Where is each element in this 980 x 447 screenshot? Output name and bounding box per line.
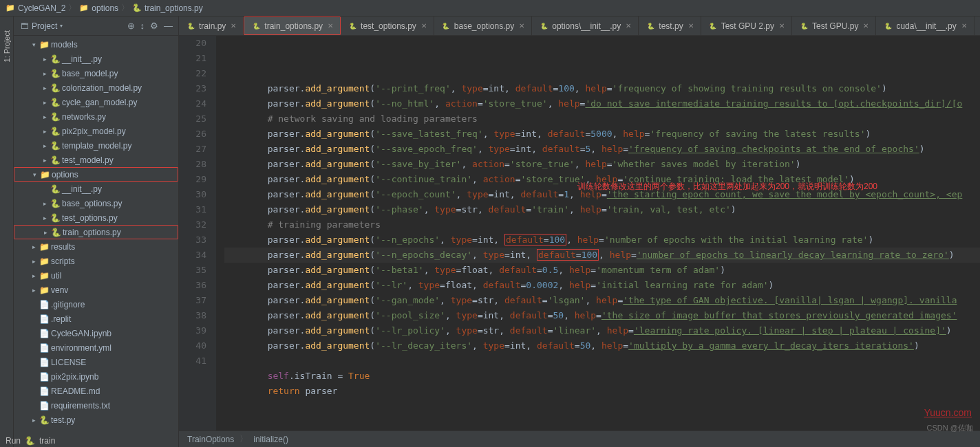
code-line[interactable]: parser.add_argument('--n_epochs_decay', …: [224, 248, 980, 263]
tree-file[interactable]: ▸🐍base_model.py: [14, 66, 178, 80]
code-line[interactable]: parser.add_argument('--lr_policy', type=…: [224, 323, 980, 338]
tree-file[interactable]: ▸🐍train_options.py: [14, 225, 178, 239]
code-content[interactable]: 训练轮数修改这里的两个参数，比如这里两处加起来为200，就说明训练轮数为200 …: [216, 36, 980, 430]
tree-folder[interactable]: ▾📁options: [14, 167, 178, 182]
code-line[interactable]: parser.add_argument('--phase', type=str,…: [224, 202, 980, 217]
tree-arrow-icon[interactable]: ▸: [30, 417, 37, 424]
code-line[interactable]: self.isTrain = True: [224, 369, 980, 384]
project-tree[interactable]: ▾📁models▸🐍__init__.py▸🐍base_model.py▸🐍co…: [14, 36, 178, 447]
breadcrumb-item[interactable]: options: [92, 3, 118, 13]
tree-file[interactable]: 📄requirements.txt: [14, 398, 178, 413]
tree-file[interactable]: ▸🐍test_model.py: [14, 153, 178, 167]
tree-file[interactable]: 📄LICENSE: [14, 355, 178, 369]
code-line[interactable]: parser.add_argument('--save_latest_freq'…: [224, 127, 980, 142]
code-line[interactable]: parser.add_argument('--gan_mode', type=s…: [224, 293, 980, 308]
code-line[interactable]: # training parameters: [224, 217, 980, 232]
gear-icon[interactable]: ⚙: [150, 21, 158, 31]
tree-arrow-icon[interactable]: ▸: [30, 243, 37, 250]
code-line[interactable]: parser.add_argument('--print_freq', type…: [224, 81, 980, 96]
editor-tab[interactable]: 🐍train.py✕: [179, 17, 244, 35]
editor-tab[interactable]: 🐍cuda\__init__.py✕: [876, 17, 974, 35]
tree-arrow-icon[interactable]: ▸: [41, 157, 48, 164]
tree-arrow-icon[interactable]: ▸: [41, 70, 48, 77]
close-icon[interactable]: ✕: [961, 22, 967, 30]
code-line[interactable]: parser.add_argument('--n_epochs', type=i…: [224, 232, 980, 248]
tree-arrow-icon[interactable]: ▸: [41, 113, 48, 120]
code-line[interactable]: [224, 399, 980, 414]
editor-tab[interactable]: 🐍options\__init__.py✕: [532, 17, 639, 35]
project-tab-label[interactable]: 1: Project: [3, 30, 11, 62]
tree-file[interactable]: ▸🐍networks.py: [14, 109, 178, 124]
code-line[interactable]: parser.add_argument('--lr_decay_iters', …: [224, 338, 980, 353]
tree-file[interactable]: 📄.replit: [14, 312, 178, 326]
tree-folder[interactable]: ▸📁results: [14, 239, 178, 254]
code-line[interactable]: parser.add_argument('--lr', type=float, …: [224, 278, 980, 293]
tree-arrow-icon[interactable]: ▾: [31, 171, 38, 178]
close-icon[interactable]: ✕: [863, 22, 869, 30]
tree-arrow-icon[interactable]: ▸: [41, 215, 48, 221]
tree-file[interactable]: 📄README.md: [14, 384, 178, 398]
tree-arrow-icon[interactable]: ▾: [30, 41, 37, 48]
tree-file[interactable]: 📄CycleGAN.ipynb: [14, 326, 178, 340]
editor-tab[interactable]: 🐍Test GPU.py✕: [792, 17, 876, 35]
line-number: 32: [179, 217, 206, 232]
breadcrumb-item[interactable]: train_options.py: [145, 3, 203, 13]
close-icon[interactable]: ✕: [231, 22, 236, 30]
tree-arrow-icon[interactable]: ▸: [41, 142, 48, 149]
run-config[interactable]: train: [39, 436, 55, 446]
editor-tab[interactable]: 🐍Test GPU 2.py✕: [701, 17, 792, 35]
tree-arrow-icon[interactable]: ▸: [30, 258, 37, 265]
tree-folder[interactable]: ▾📁models: [14, 37, 178, 52]
tree-file[interactable]: ▸🐍test.py: [14, 413, 178, 427]
close-icon[interactable]: ✕: [328, 22, 333, 30]
run-label[interactable]: Run: [6, 436, 21, 446]
close-icon[interactable]: ✕: [421, 22, 427, 30]
close-icon[interactable]: ✕: [779, 22, 785, 30]
code-line[interactable]: parser.add_argument('--beta1', type=floa…: [224, 263, 980, 278]
breadcrumb-item[interactable]: CycleGAN_2: [18, 3, 65, 13]
code-editor[interactable]: 2021222324252627282930313233343536373839…: [179, 36, 980, 430]
tree-file[interactable]: 📄.gitignore: [14, 297, 178, 312]
code-line[interactable]: parser.add_argument('--save_epoch_freq',…: [224, 142, 980, 157]
code-line[interactable]: # network saving and loading parameters: [224, 111, 980, 127]
code-line[interactable]: parser.add_argument('--pool_size', type=…: [224, 308, 980, 323]
tree-file[interactable]: ▸🐍cycle_gan_model.py: [14, 95, 178, 109]
close-icon[interactable]: ✕: [688, 22, 694, 30]
hide-icon[interactable]: —: [164, 21, 173, 31]
tree-file[interactable]: 📄environment.yml: [14, 340, 178, 355]
editor-tab[interactable]: 🐍test.py✕: [639, 17, 701, 35]
tree-arrow-icon[interactable]: ▸: [41, 56, 48, 63]
tree-file[interactable]: ▸🐍colorization_model.py: [14, 80, 178, 95]
tree-folder[interactable]: ▸📁util: [14, 268, 178, 283]
tree-arrow-icon[interactable]: ▸: [30, 287, 37, 294]
editor-tab[interactable]: 🐍train_options.py✕: [244, 17, 341, 35]
dropdown-icon[interactable]: ▾: [60, 23, 63, 29]
tree-file[interactable]: 🐍__init__.py: [14, 182, 178, 196]
tree-arrow-icon[interactable]: ▸: [41, 85, 48, 91]
tree-file[interactable]: ▸🐍test_options.py: [14, 210, 178, 225]
close-icon[interactable]: ✕: [519, 22, 524, 30]
editor-tab[interactable]: 🐍base_options.py✕: [434, 17, 532, 35]
code-line[interactable]: parser.add_argument('--no_html', action=…: [224, 96, 980, 111]
tree-arrow-icon[interactable]: ▸: [41, 128, 48, 135]
tool-window-stripe[interactable]: 1: Project: [0, 17, 14, 447]
code-line[interactable]: parser.add_argument('--save_by_iter', ac…: [224, 157, 980, 172]
tree-file[interactable]: 📄pix2pix.ipynb: [14, 369, 178, 384]
tree-file[interactable]: ▸🐍__init__.py: [14, 52, 178, 66]
tree-file[interactable]: ▸🐍template_model.py: [14, 138, 178, 153]
tree-arrow-icon[interactable]: ▸: [42, 229, 49, 236]
locate-icon[interactable]: ⊕: [127, 21, 135, 31]
tree-file[interactable]: ▸🐍base_options.py: [14, 196, 178, 210]
tree-arrow-icon[interactable]: ▸: [41, 200, 48, 207]
editor-tab[interactable]: 🐍test_options.py✕: [341, 17, 434, 35]
tree-folder[interactable]: ▸📁scripts: [14, 254, 178, 268]
tree-arrow-icon[interactable]: ▸: [30, 272, 37, 279]
tree-folder[interactable]: ▸📁venv: [14, 283, 178, 297]
code-line[interactable]: [224, 353, 980, 369]
tree-arrow-icon[interactable]: ▸: [41, 99, 48, 106]
code-line[interactable]: return parser: [224, 384, 980, 399]
tree-file[interactable]: ▸🐍pix2pix_model.py: [14, 124, 178, 138]
expand-icon[interactable]: ↕: [140, 21, 145, 31]
chevron-right-icon: 〉: [68, 2, 76, 14]
close-icon[interactable]: ✕: [626, 22, 631, 30]
